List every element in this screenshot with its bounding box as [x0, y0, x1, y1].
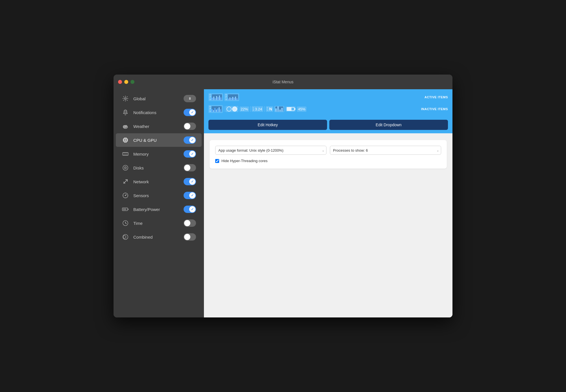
pause-icon: ⏸: [188, 97, 191, 101]
svg-rect-40: [128, 209, 129, 210]
toggle-knob: ✓: [189, 178, 195, 185]
mb-battery-percent-item[interactable]: 45%: [297, 106, 306, 112]
mb-cpu-item-1[interactable]: CPU: [208, 93, 223, 101]
svg-rect-23: [123, 154, 124, 155]
toggle-knob: [184, 220, 190, 226]
sidebar-item-sensors[interactable]: Sensors ✓: [116, 189, 202, 202]
separator-3: [264, 106, 265, 112]
load-avg: 3.24: [255, 107, 262, 111]
sidebar-item-network-label: Network: [133, 179, 180, 184]
svg-rect-41: [123, 208, 126, 210]
sidebar-item-time[interactable]: Time: [116, 216, 202, 230]
edit-hotkey-button[interactable]: Edit Hotkey: [208, 120, 327, 130]
toggle-knob: [184, 123, 190, 129]
sidebar-item-memory[interactable]: Memory ✓: [116, 147, 202, 161]
mb-percent-item[interactable]: 22%: [240, 106, 249, 112]
mb-load-item[interactable]: LA 3.24: [252, 106, 263, 112]
bell-icon: [121, 108, 129, 116]
network-icon: [121, 178, 129, 186]
network-toggle[interactable]: ✓: [184, 178, 196, 185]
mb-cpu-usage-item[interactable]: CU N: [266, 106, 273, 112]
svg-point-29: [125, 167, 126, 168]
network-letter: N: [269, 107, 272, 111]
sidebar-item-global[interactable]: Global ⏸: [116, 92, 202, 105]
sidebar-item-weather[interactable]: Weather: [116, 119, 202, 133]
mb-battery-item[interactable]: [286, 106, 296, 112]
sidebar-item-weather-label: Weather: [133, 124, 180, 129]
svg-rect-21: [126, 153, 126, 153]
inactive-items-label: INACTIVE ITEMS: [421, 107, 448, 111]
sidebar-item-combined-label: Combined: [133, 235, 180, 239]
cpu-label-1: CPU: [210, 94, 211, 100]
mini-chart-1: [212, 94, 222, 100]
svg-point-0: [125, 98, 126, 99]
edit-dropdown-button[interactable]: Edit Dropdown: [329, 120, 448, 130]
mb-bar-item[interactable]: [274, 106, 284, 112]
memory-toggle[interactable]: ✓: [184, 150, 196, 158]
titlebar: iStat Menus: [114, 75, 452, 89]
sidebar-item-notifications[interactable]: Notifications ✓: [116, 106, 202, 119]
gpu-label-1: GPU: [225, 94, 227, 100]
traffic-lights: [118, 80, 134, 84]
settings-area: App usage format: Unix style (0-1200%) ⌄…: [204, 133, 452, 317]
sidebar-item-cpu-gpu[interactable]: CPU & GPU ✓: [116, 133, 202, 147]
weather-toggle[interactable]: [184, 123, 196, 130]
minimize-button[interactable]: [124, 80, 128, 84]
close-button[interactable]: [118, 80, 122, 84]
sidebar-item-memory-label: Memory: [133, 152, 180, 156]
cpu-label-2: CPU: [210, 106, 211, 112]
hide-hyperthreading-label: Hide Hyper-Threading cores: [221, 159, 267, 163]
sensors-toggle[interactable]: ✓: [184, 192, 196, 199]
active-items-area: CPU: [208, 93, 425, 101]
sidebar-item-network[interactable]: Network ✓: [116, 175, 202, 188]
battery-toggle[interactable]: ✓: [184, 206, 196, 213]
mb-gpu-item-1[interactable]: GPU: [224, 93, 239, 101]
svg-rect-5: [125, 139, 126, 141]
sidebar-item-combined[interactable]: Combined: [116, 230, 202, 244]
combined-icon: [121, 233, 129, 241]
notifications-toggle[interactable]: ✓: [184, 109, 196, 116]
sidebar-item-cpu-gpu-label: CPU & GPU: [133, 138, 180, 143]
sidebar-item-battery[interactable]: Battery/Power ✓: [116, 202, 202, 216]
app-usage-format-dropdown[interactable]: App usage format: Unix style (0-1200%): [215, 146, 326, 155]
battery-percent: 45%: [298, 107, 305, 111]
pause-button[interactable]: ⏸: [184, 95, 196, 102]
app-window: iStat Menus Global ⏸: [114, 75, 452, 317]
toggle-knob: ✓: [189, 192, 195, 199]
load-label: LA: [253, 107, 254, 111]
inactive-items-area: CPU: [208, 105, 421, 113]
toggle-knob: ✓: [189, 151, 195, 157]
maximize-button[interactable]: [130, 80, 134, 84]
svg-rect-26: [127, 154, 127, 155]
svg-point-45: [123, 234, 128, 239]
menubar-preview: CPU: [204, 89, 452, 117]
mb-cpu-inactive[interactable]: CPU: [208, 105, 223, 113]
inactive-items-row: CPU: [208, 104, 448, 114]
hyperthreading-row: Hide Hyper-Threading cores: [215, 159, 441, 163]
sidebar-item-time-label: Time: [133, 221, 180, 226]
toggle-knob: ✓: [189, 137, 195, 143]
cpu-inactive-chart: [212, 106, 222, 112]
circle-2: [232, 106, 237, 112]
processes-dropdown-wrapper: Processes to show: 6 ⌄: [330, 146, 441, 155]
svg-line-30: [123, 180, 127, 184]
disks-toggle[interactable]: [184, 164, 196, 171]
cpu-gpu-toggle[interactable]: ✓: [184, 136, 196, 144]
memory-icon: [121, 150, 129, 158]
battery-icon: [121, 205, 129, 213]
time-toggle[interactable]: [184, 219, 196, 227]
sidebar-item-disks[interactable]: Disks: [116, 161, 202, 175]
toggle-knob: ✓: [189, 109, 195, 116]
battery-fill: [287, 108, 291, 110]
gear-icon: [121, 95, 129, 103]
processes-to-show-dropdown[interactable]: Processes to show: 6: [330, 146, 441, 155]
sidebar-item-battery-label: Battery/Power: [133, 207, 180, 212]
toggle-knob: ✓: [189, 206, 195, 212]
sidebar-item-notifications-label: Notifications: [133, 110, 180, 115]
combined-toggle[interactable]: [184, 233, 196, 241]
hide-hyperthreading-checkbox[interactable]: [215, 159, 219, 163]
time-icon: [121, 219, 129, 227]
mb-circles[interactable]: [225, 106, 238, 112]
cpu-percent: 22%: [241, 107, 248, 111]
active-items-row: CPU: [208, 92, 448, 102]
